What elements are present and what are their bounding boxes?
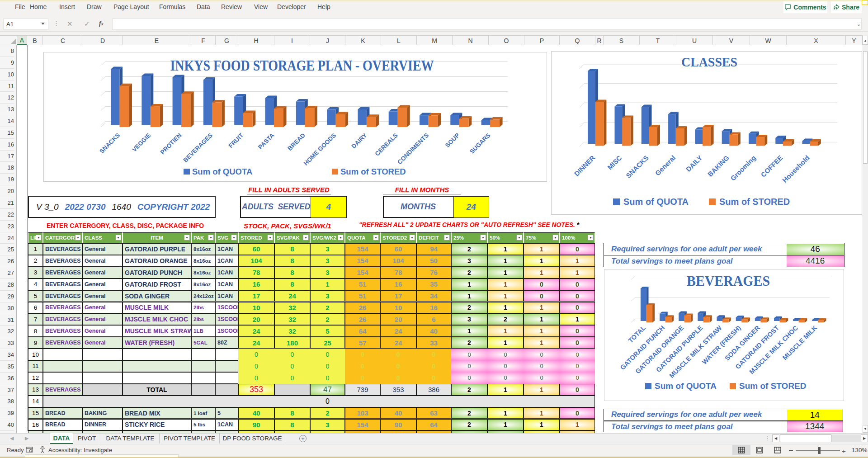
svg-text:BREAD: BREAD [286, 132, 307, 152]
svg-text:DAIRY: DAIRY [350, 132, 368, 150]
svg-text:HOME GOODS: HOME GOODS [302, 132, 337, 167]
svg-text:VEGGIE: VEGGIE [131, 132, 152, 153]
svg-text:SOUP: SOUP [444, 132, 461, 149]
svg-text:CLASSES: CLASSES [681, 54, 737, 69]
svg-text:Sum of STORED: Sum of STORED [340, 167, 406, 176]
svg-text:FRUIT: FRUIT [227, 132, 245, 149]
svg-text:BEVERAGES: BEVERAGES [687, 273, 770, 289]
svg-text:PROTIEN: PROTIEN [159, 132, 183, 156]
svg-text:MISC: MISC [606, 154, 623, 171]
svg-text:MUSCLE MILK: MUSCLE MILK [781, 324, 819, 361]
svg-text:SODA GINGER: SODA GINGER [723, 324, 761, 362]
svg-text:CEREALS: CEREALS [374, 132, 399, 157]
svg-text:DINNER: DINNER [573, 154, 597, 178]
svg-text:SNACKS: SNACKS [624, 154, 650, 179]
svg-text:COFFEE: COFFEE [759, 154, 784, 179]
svg-text:BEVERAGES: BEVERAGES [182, 132, 214, 164]
svg-text:Sum of QUOTA: Sum of QUOTA [655, 381, 717, 391]
svg-text:PASTA: PASTA [257, 132, 276, 151]
svg-text:Sum of QUOTA: Sum of QUOTA [192, 167, 252, 176]
svg-text:Sum of STORED: Sum of STORED [739, 381, 807, 391]
svg-text:CONDIMENTS: CONDIMENTS [396, 132, 430, 166]
svg-text:INKYS FOOD STORAGE PLAN - OVER: INKYS FOOD STORAGE PLAN - OVERVIEW [170, 57, 434, 74]
svg-text:Household: Household [781, 154, 811, 184]
svg-text:SNACKS: SNACKS [98, 132, 121, 155]
svg-text:Sum of QUOTA: Sum of QUOTA [623, 197, 689, 207]
svg-text:Sum of STORED: Sum of STORED [719, 197, 790, 207]
svg-text:General: General [654, 154, 677, 177]
svg-text:BAKING: BAKING [706, 154, 731, 178]
svg-text:Grooming: Grooming [729, 154, 757, 182]
svg-text:DAILY: DAILY [684, 154, 704, 173]
svg-text:SUGARS: SUGARS [468, 132, 491, 155]
